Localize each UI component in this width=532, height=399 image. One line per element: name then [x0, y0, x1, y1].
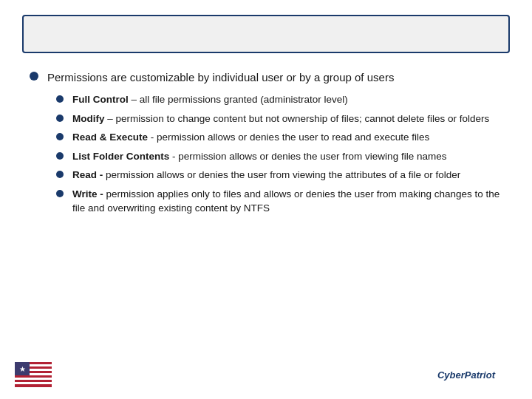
svg-rect-8 — [15, 380, 52, 382]
sub-text-1: Modify – permission to change content bu… — [72, 112, 489, 126]
sub-text-0: Full Control – all file permissions gran… — [72, 92, 348, 107]
footer: ★ CyberPatriot — [0, 362, 510, 387]
sub-item-5: Write - permission applies only to files… — [56, 187, 510, 216]
svg-text:★: ★ — [19, 365, 26, 373]
sub-label-5: Write - — [72, 188, 103, 200]
slide: Permissions are customizable by individu… — [0, 0, 532, 399]
sub-label-4: Read - — [72, 169, 103, 180]
sub-label-1: Modify — [72, 113, 105, 124]
sub-item-1: Modify – permission to change content bu… — [56, 112, 510, 126]
sub-bullet-1 — [56, 115, 64, 122]
svg-rect-6 — [15, 375, 52, 378]
sub-bullet-0 — [56, 95, 64, 103]
top-bar — [22, 15, 510, 53]
main-bullet: Permissions are customizable by individu… — [30, 69, 510, 85]
sub-text-4: Read - permission allows or denies the u… — [72, 168, 460, 183]
sub-bullet-4 — [56, 171, 64, 178]
sub-label-2: Read & Execute — [72, 132, 148, 143]
sub-list: Full Control – all file permissions gran… — [56, 92, 510, 216]
sub-label-0: Full Control — [72, 94, 129, 105]
svg-rect-9 — [15, 382, 52, 384]
sub-text-3: List Folder Contents - permission allows… — [72, 149, 446, 164]
footer-brand: CyberPatriot — [437, 369, 495, 381]
sub-item-0: Full Control – all file permissions gran… — [56, 92, 510, 107]
sub-bullet-3 — [56, 152, 64, 160]
sub-item-2: Read & Execute - permission allows or de… — [56, 130, 510, 145]
sub-label-3: List Folder Contents — [72, 151, 169, 162]
sub-item-4: Read - permission allows or denies the u… — [56, 168, 510, 183]
sub-bullet-2 — [56, 133, 64, 140]
logo-icon: ★ — [15, 362, 52, 387]
svg-rect-7 — [15, 378, 52, 380]
footer-logo: ★ — [15, 362, 52, 387]
sub-text-2: Read & Execute - permission allows or de… — [72, 130, 429, 145]
content: Permissions are customizable by individu… — [22, 69, 510, 216]
sub-item-3: List Folder Contents - permission allows… — [56, 149, 510, 164]
sub-bullet-5 — [56, 190, 64, 197]
main-bullet-text: Permissions are customizable by individu… — [47, 69, 394, 85]
svg-rect-10 — [15, 384, 52, 387]
main-bullet-dot — [30, 72, 38, 81]
sub-text-5: Write - permission applies only to files… — [72, 187, 510, 216]
